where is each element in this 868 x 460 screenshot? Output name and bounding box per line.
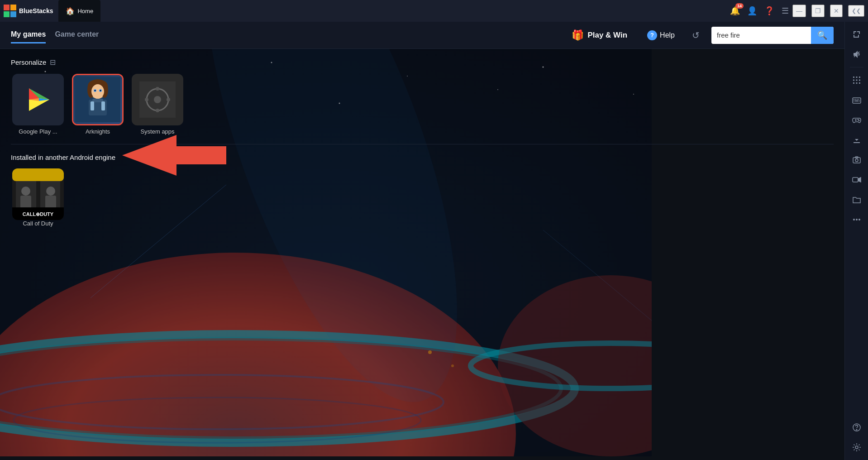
svg-point-39 [95, 90, 96, 91]
svg-point-95 [855, 446, 858, 449]
svg-rect-43 [91, 101, 94, 110]
svg-point-50 [145, 98, 148, 101]
collapse-sidebar-button[interactable]: ❮❮ [848, 5, 864, 17]
svg-point-10 [498, 275, 652, 456]
expand-button[interactable] [848, 25, 866, 43]
svg-point-9 [14, 398, 421, 443]
account-icon[interactable]: 👤 [747, 6, 757, 16]
home-tab-label: Home [77, 8, 93, 14]
toolbar: My games Game center 🎁 Play & Win ? Help… [0, 22, 844, 49]
svg-rect-85 [853, 158, 860, 163]
svg-point-13 [45, 71, 46, 72]
svg-rect-75 [855, 99, 856, 100]
svg-rect-70 [853, 82, 854, 84]
tab-my-games[interactable]: My games [11, 27, 46, 43]
gift-icon: 🎁 [572, 29, 584, 41]
svg-rect-60 [45, 196, 56, 209]
search-box: 🔍 [711, 27, 834, 44]
help-sidebar-button[interactable] [848, 418, 866, 436]
dotgrid-button[interactable] [848, 71, 866, 89]
settings-button[interactable] [848, 438, 866, 456]
screenshot-button[interactable] [848, 151, 866, 169]
svg-marker-89 [858, 177, 861, 182]
video-button[interactable] [848, 171, 866, 189]
arknights-icon [72, 74, 124, 125]
svg-rect-64 [853, 77, 854, 78]
game-card-arknights[interactable]: Arknights [71, 74, 125, 135]
right-sidebar [844, 22, 868, 460]
minimize-button[interactable]: — [792, 5, 806, 17]
play-win-label: Play & Win [587, 31, 627, 40]
game-card-system-apps[interactable]: System apps [130, 74, 185, 135]
close-button[interactable]: ✕ [830, 5, 843, 17]
logo-area: BlueStacks [4, 5, 53, 17]
home-tab[interactable]: 🏠 Home [58, 0, 100, 22]
search-input[interactable] [711, 28, 811, 43]
svg-point-36 [91, 84, 104, 99]
svg-point-40 [100, 90, 101, 91]
svg-rect-80 [855, 101, 858, 101]
svg-rect-76 [857, 99, 858, 100]
app-name-label: BlueStacks [19, 7, 53, 14]
svg-rect-1 [10, 5, 16, 10]
system-apps-icon [132, 74, 183, 125]
svg-rect-77 [858, 99, 859, 100]
menu-icon[interactable]: ☰ [782, 6, 789, 16]
svg-point-94 [856, 429, 857, 430]
svg-rect-65 [856, 77, 857, 78]
svg-point-47 [154, 96, 161, 103]
keyboard-button[interactable] [848, 91, 866, 109]
game-card-google-play[interactable]: Google Play ... [11, 74, 65, 135]
more-button[interactable] [848, 211, 866, 229]
svg-rect-58 [20, 196, 31, 209]
gamepad-button[interactable] [848, 111, 866, 129]
system-apps-label: System apps [140, 128, 174, 135]
svg-point-59 [46, 187, 55, 196]
svg-rect-0 [4, 5, 10, 10]
other-games-grid: CALL⊕DUTY Call of Duty [11, 168, 834, 227]
svg-rect-79 [859, 101, 860, 101]
svg-rect-78 [854, 101, 854, 101]
svg-point-11 [471, 343, 652, 388]
installed-section-title: Installed in another Android engine [11, 153, 834, 161]
svg-point-92 [858, 219, 860, 220]
svg-rect-88 [853, 177, 858, 182]
svg-rect-74 [854, 99, 854, 100]
volume-button[interactable] [848, 45, 866, 63]
personalize-row: Personalize ⊟ [11, 58, 834, 67]
folder-button[interactable] [848, 191, 866, 209]
personalize-label: Personalize [11, 58, 46, 66]
window-controls: — ❐ ✕ ❮❮ [792, 5, 864, 17]
svg-point-90 [853, 219, 855, 220]
help-circle-icon[interactable]: ❓ [764, 6, 774, 16]
svg-point-84 [858, 120, 859, 121]
svg-rect-72 [859, 82, 860, 84]
titlebar: BlueStacks 🏠 Home 🔔 14 👤 ❓ ☰ — ❐ ✕ ❮❮ [0, 0, 868, 22]
svg-point-91 [856, 219, 858, 220]
personalize-icon[interactable]: ⊟ [50, 58, 56, 67]
svg-point-8 [0, 375, 444, 429]
notification-icon[interactable]: 🔔 14 [730, 6, 740, 16]
svg-point-25 [451, 364, 454, 367]
svg-text:CALL⊕DUTY: CALL⊕DUTY [23, 211, 54, 217]
svg-point-48 [156, 87, 159, 91]
main-layout: My games Game center 🎁 Play & Win ? Help… [0, 22, 868, 460]
google-play-icon [12, 74, 64, 125]
tab-game-center[interactable]: Game center [55, 27, 99, 43]
refresh-button[interactable]: ↺ [689, 27, 702, 43]
play-win-button[interactable]: 🎁 Play & Win [566, 27, 633, 44]
help-button[interactable]: ? Help [642, 28, 680, 43]
svg-rect-68 [856, 80, 857, 81]
games-grid: Google Play ... [11, 74, 834, 135]
apk-button[interactable] [848, 131, 866, 149]
search-button[interactable]: 🔍 [811, 27, 834, 44]
restore-button[interactable]: ❐ [811, 5, 825, 17]
svg-rect-3 [10, 11, 16, 17]
home-icon: 🏠 [66, 7, 75, 15]
section-divider [11, 144, 834, 144]
svg-point-7 [0, 339, 561, 438]
svg-point-49 [156, 109, 159, 112]
svg-point-5 [0, 253, 516, 456]
sidebar-divider-1 [850, 67, 863, 67]
game-card-cod[interactable]: CALL⊕DUTY Call of Duty [11, 168, 65, 227]
